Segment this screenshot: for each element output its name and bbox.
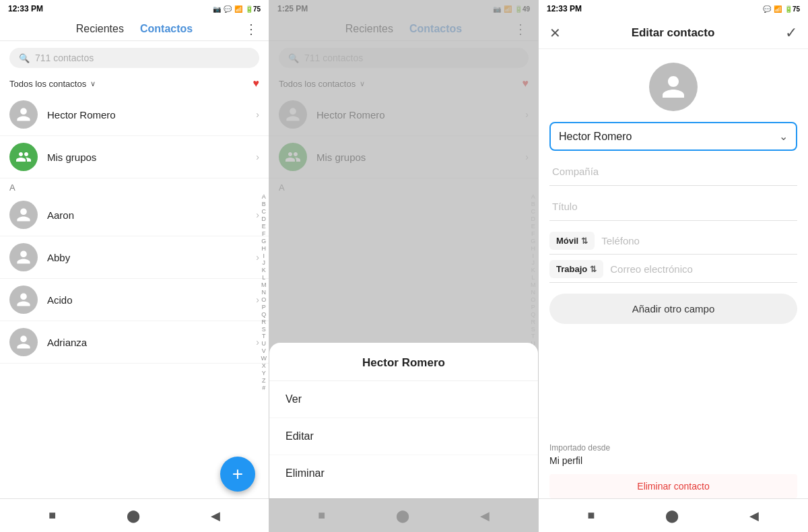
title-field-wrapper: [549, 193, 797, 221]
avatar-abby: [9, 243, 38, 271]
contact-avatar-section: [539, 49, 808, 122]
nav-stop-1[interactable]: ■: [48, 508, 56, 523]
contact-item-grupos-1[interactable]: Mis grupos ›: [0, 136, 269, 178]
avatar-grupos-1: [9, 143, 38, 171]
status-icons-3: 💬 📶 🔋75: [763, 5, 800, 13]
phone-label-arrow: ⇅: [581, 236, 588, 246]
sheet-contact-name: Hector Romero: [269, 343, 538, 381]
expand-name-icon[interactable]: ⌄: [779, 130, 788, 143]
imported-label: Importado desde: [549, 443, 797, 453]
phone-field-row: Móvil ⇅: [549, 228, 797, 255]
panel-contacts-list: 12:33 PM 📷 💬 📶 🔋75 Recientes Contactos ⋮…: [0, 0, 269, 532]
sheet-item-editar[interactable]: Editar: [269, 418, 538, 455]
company-field-wrapper: [549, 158, 797, 186]
status-time-1: 12:33 PM: [8, 4, 43, 13]
contact-item-acido[interactable]: Acido ›: [0, 279, 269, 321]
status-icons-1: 📷 💬 📶 🔋75: [213, 5, 261, 13]
panel-contacts-overlay: 1:25 PM 📷 📶 🔋49 Recientes Contactos ⋮ 🔍 …: [269, 0, 539, 532]
avatar-hector-1: [9, 100, 38, 129]
imported-section: Importado desde Mi perfil: [539, 443, 808, 466]
phone-input[interactable]: [595, 228, 797, 253]
edit-contact-header: ✕ Editar contacto ✓: [539, 18, 808, 49]
bottom-nav-3: ■ ⬤ ◀: [539, 498, 808, 532]
title-input[interactable]: [549, 193, 797, 221]
contact-name-aaron: Aaron: [47, 209, 256, 221]
contact-item-hector-1[interactable]: Hector Romero ›: [0, 94, 269, 136]
email-label-arrow: ⇅: [590, 265, 597, 274]
search-placeholder-1: 711 contactos: [35, 53, 94, 63]
contact-name-abby: Abby: [47, 252, 256, 263]
contact-list-1: Hector Romero › Mis grupos › A Aaron ›: [0, 94, 269, 498]
bottom-nav-1: ■ ⬤ ◀: [0, 498, 269, 532]
edit-title: Editar contacto: [632, 26, 715, 40]
status-bar-1: 12:33 PM 📷 💬 📶 🔋75: [0, 0, 269, 18]
email-input[interactable]: [603, 257, 797, 281]
imported-value: Mi perfil: [549, 455, 797, 466]
more-options-1[interactable]: ⋮: [244, 21, 258, 37]
nav-home-3[interactable]: ⬤: [665, 508, 679, 523]
edit-contact-form: ⌄ Móvil ⇅ Trabajo ⇅ Añadir otro c: [539, 122, 808, 443]
tab-recientes-1[interactable]: Recientes: [76, 23, 124, 35]
save-check-button[interactable]: ✓: [785, 24, 797, 42]
fab-add-contact[interactable]: +: [220, 457, 255, 492]
search-icon-1: 🔍: [19, 53, 30, 63]
company-input[interactable]: [549, 158, 797, 186]
alphabet-sidebar-1: A B C D E F G H I J K L M N O P Q R S T …: [259, 88, 269, 498]
avatar-acido: [9, 286, 38, 314]
nav-back-1[interactable]: ◀: [211, 508, 220, 523]
sheet-item-eliminar[interactable]: Eliminar: [269, 455, 538, 492]
contact-name-grupos-1: Mis grupos: [47, 152, 256, 163]
filter-row-1: Todos los contactos ∨ ♥: [0, 75, 269, 94]
bottom-sheet-menu: Hector Romero Ver Editar Eliminar: [269, 343, 538, 498]
status-bar-3: 12:33 PM 💬 📶 🔋75: [539, 0, 808, 18]
section-a-1: A: [0, 178, 269, 194]
contact-item-abby[interactable]: Abby ›: [0, 236, 269, 279]
filter-label-1[interactable]: Todos los contactos: [9, 79, 86, 89]
filter-chevron-1[interactable]: ∨: [90, 79, 96, 88]
nav-stop-3[interactable]: ■: [588, 508, 595, 523]
edit-avatar[interactable]: [649, 63, 698, 111]
close-button[interactable]: ✕: [549, 25, 561, 41]
contact-name-adrianza: Adrianza: [47, 337, 256, 348]
contact-name-hector-1: Hector Romero: [47, 109, 256, 121]
panel-edit-contact: 12:33 PM 💬 📶 🔋75 ✕ Editar contacto ✓ ⌄: [539, 0, 808, 532]
nav-back-3[interactable]: ◀: [749, 508, 759, 523]
tab-contactos-1[interactable]: Contactos: [140, 23, 193, 35]
name-field-wrapper: ⌄: [549, 122, 797, 151]
add-field-button[interactable]: Añadir otro campo: [549, 294, 797, 324]
contact-name-acido: Acido: [47, 294, 256, 306]
status-time-3: 12:33 PM: [547, 4, 582, 13]
avatar-aaron: [9, 201, 38, 229]
search-bar-1[interactable]: 🔍 711 contactos: [9, 48, 259, 68]
delete-contact-button[interactable]: Eliminar contacto: [549, 474, 797, 498]
sheet-item-ver[interactable]: Ver: [269, 381, 538, 418]
avatar-adrianza: [9, 328, 38, 356]
contact-name-input[interactable]: [559, 131, 779, 143]
nav-home-1[interactable]: ⬤: [127, 508, 140, 523]
contact-item-aaron[interactable]: Aaron ›: [0, 194, 269, 236]
top-nav-1: Recientes Contactos ⋮: [0, 18, 269, 41]
email-label-button[interactable]: Trabajo ⇅: [549, 260, 603, 278]
contact-item-adrianza[interactable]: Adrianza ›: [0, 321, 269, 364]
phone-label-button[interactable]: Móvil ⇅: [549, 232, 595, 250]
email-field-row: Trabajo ⇅: [549, 256, 797, 283]
